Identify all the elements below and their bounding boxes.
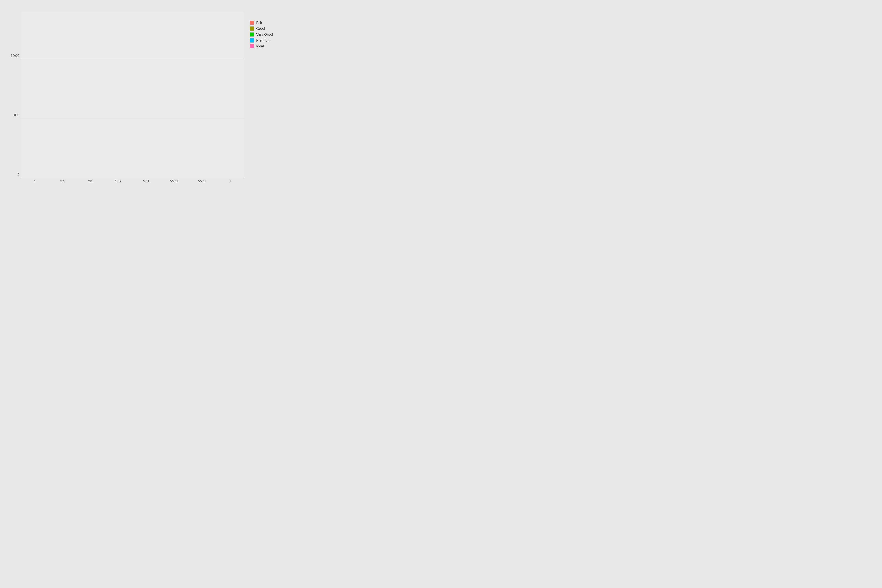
legend-item: Good [250, 27, 273, 31]
grid-line [21, 178, 244, 178]
x-tick-label: VVS2 [170, 180, 178, 183]
x-tick-label: SI1 [88, 180, 93, 183]
legend-swatch [250, 38, 254, 42]
x-tick-label: SI2 [60, 180, 65, 183]
plot-area: I1SI2SI1VS2VS1VVS2VVS1IF [21, 12, 244, 178]
legend-label: Very Good [256, 33, 273, 37]
y-tick-label: 0 [18, 173, 20, 177]
legend-item: Ideal [250, 44, 273, 48]
y-tick-label: 10000 [11, 54, 20, 58]
x-tick-label: VS1 [143, 180, 149, 183]
legend: Fair Good Very Good Premium Ideal [248, 16, 287, 190]
legend-swatch [250, 44, 254, 48]
legend-item: Very Good [250, 32, 273, 37]
x-tick-label: IF [229, 180, 231, 183]
legend-swatch [250, 32, 254, 37]
legend-item: Fair [250, 21, 273, 25]
legend-swatch [250, 21, 254, 25]
legend-label: Good [256, 27, 265, 31]
legend-item: Premium [250, 38, 273, 42]
legend-label: Ideal [256, 44, 264, 48]
legend-swatch [250, 27, 254, 31]
x-tick-label: VVS1 [198, 180, 206, 183]
y-tick-label: 5000 [12, 114, 20, 117]
x-tick-label: I1 [33, 180, 36, 183]
grid-line [21, 118, 244, 119]
legend-label: Premium [256, 38, 270, 42]
legend-label: Fair [256, 21, 262, 25]
x-tick-label: VS2 [116, 180, 122, 183]
chart-area: I1SI2SI1VS2VS1VVS2VVS1IF 0500010000 [7, 8, 248, 190]
chart-container: I1SI2SI1VS2VS1VVS2VVS1IF 0500010000 Fair… [5, 4, 289, 192]
